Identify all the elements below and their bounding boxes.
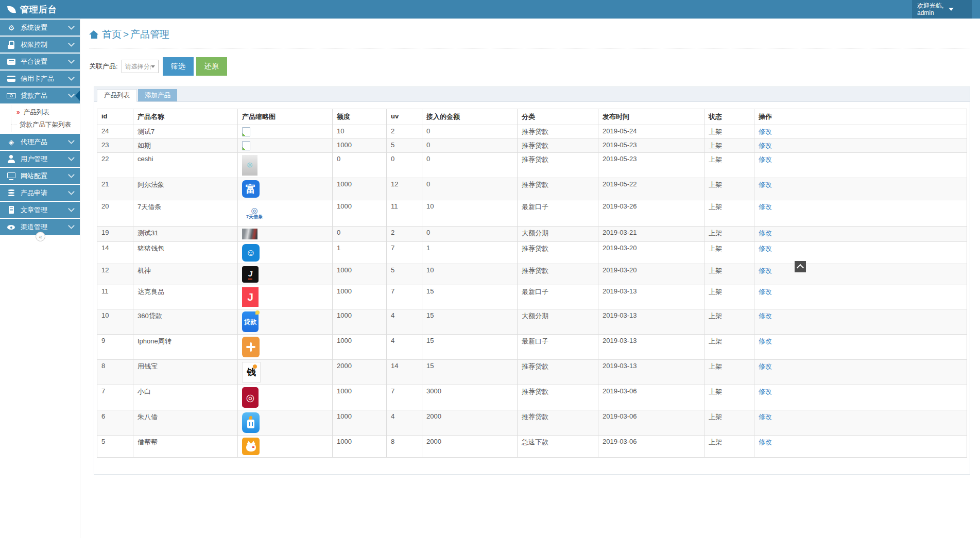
category-select[interactable]: 请选择分类 bbox=[122, 60, 159, 73]
modify-link[interactable]: 修改 bbox=[759, 288, 772, 296]
modify-link[interactable]: 修改 bbox=[759, 312, 772, 320]
sidebar-subitem-0[interactable]: »产品列表 bbox=[0, 106, 80, 118]
cell-amount: 10 bbox=[422, 264, 518, 285]
loan360-label: 贷款 bbox=[244, 318, 256, 326]
cell-status: 上架 bbox=[704, 125, 754, 139]
modify-link[interactable]: 修改 bbox=[759, 181, 772, 188]
sidebar-item-credit-card-products[interactable]: 信用卡产品 bbox=[0, 71, 80, 86]
double-arrow-icon: » bbox=[16, 109, 20, 116]
modify-link[interactable]: 修改 bbox=[759, 362, 772, 370]
modify-link[interactable]: 修改 bbox=[759, 438, 772, 446]
product-thumbnail-redj: J bbox=[242, 287, 259, 307]
chevron-down-icon bbox=[68, 171, 75, 178]
cell-quota: 1000 bbox=[333, 178, 387, 200]
cell-amount: 10 bbox=[422, 200, 518, 227]
cell-date: 2019-05-23 bbox=[598, 153, 704, 178]
cell-status: 上架 bbox=[704, 335, 754, 360]
leaf-logo-icon bbox=[7, 5, 16, 14]
sidebar-menu: ⚙系统设置权限控制平台设置信用卡产品贷款产品»产品列表贷款产品下架列表◈代理产品… bbox=[0, 19, 80, 235]
modify-link[interactable]: 修改 bbox=[759, 229, 772, 237]
sidebar-item-user-management[interactable]: 用户管理 bbox=[0, 151, 80, 167]
cell-amount: 3000 bbox=[422, 385, 518, 410]
sidebar-submenu: »产品列表贷款产品下架列表 bbox=[0, 105, 80, 133]
sidebar-item-platform-settings[interactable]: 平台设置 bbox=[0, 54, 80, 70]
plug-icon bbox=[247, 420, 254, 428]
filter-button[interactable]: 筛选 bbox=[163, 57, 194, 76]
breadcrumb-separator: > bbox=[123, 29, 129, 40]
modify-link[interactable]: 修改 bbox=[759, 155, 772, 163]
cell-thumbnail bbox=[238, 410, 333, 436]
sidebar-item-permission-control[interactable]: 权限控制 bbox=[0, 37, 80, 53]
cell-date: 2019-03-13 bbox=[598, 309, 704, 335]
sidebar-item-site-config[interactable]: 网站配置 bbox=[0, 168, 80, 184]
chevron-down-icon bbox=[68, 40, 75, 47]
tab-add-product[interactable]: 添加产品 bbox=[138, 89, 177, 101]
table-head: id产品名称产品缩略图额度uv接入的金额分类发布时间状态操作 bbox=[97, 109, 967, 125]
cell-amount: 0 bbox=[422, 153, 518, 178]
cell-uv: 5 bbox=[387, 264, 422, 285]
cell-category: 推荐贷款 bbox=[518, 410, 598, 436]
cell-category: 最新口子 bbox=[518, 200, 598, 227]
modify-link[interactable]: 修改 bbox=[759, 388, 772, 395]
modify-link[interactable]: 修改 bbox=[759, 203, 772, 211]
table-row: 23如期100050推荐贷款2019-05-23上架修改 bbox=[97, 139, 967, 153]
sidebar-item-agent-products[interactable]: ◈代理产品 bbox=[0, 134, 80, 150]
sidebar-subitem-1[interactable]: 贷款产品下架列表 bbox=[0, 118, 80, 131]
user-menu[interactable]: 欢迎光临, admin bbox=[912, 0, 972, 19]
cell-category: 推荐贷款 bbox=[518, 125, 598, 139]
modify-link[interactable]: 修改 bbox=[759, 128, 772, 135]
modify-link[interactable]: 修改 bbox=[759, 142, 772, 149]
redj-label: J bbox=[247, 291, 253, 303]
cell-uv: 2 bbox=[387, 227, 422, 242]
cell-id: 12 bbox=[97, 264, 133, 285]
cell-quota: 10 bbox=[333, 125, 387, 139]
cell-uv: 8 bbox=[387, 436, 422, 458]
cell-uv: 5 bbox=[387, 139, 422, 153]
table-header-row: id产品名称产品缩略图额度uv接入的金额分类发布时间状态操作 bbox=[97, 109, 967, 125]
sidebar-collapse-button[interactable]: « bbox=[36, 232, 45, 241]
product-thumbnail-broken bbox=[242, 127, 250, 136]
cell-id: 9 bbox=[97, 335, 133, 360]
filter-bar: 关联产品: 请选择分类 筛选 还原 bbox=[89, 57, 970, 76]
page: { "header": { "title": "管理后台", "welcome_… bbox=[0, 0, 980, 538]
cell-amount: 15 bbox=[422, 309, 518, 335]
product-thumbnail-jishen: J bbox=[242, 266, 259, 283]
chevron-down-icon bbox=[68, 188, 75, 195]
modify-link[interactable]: 修改 bbox=[759, 245, 772, 252]
modify-link[interactable]: 修改 bbox=[759, 267, 772, 274]
breadcrumb-home[interactable]: 首页 bbox=[102, 28, 122, 41]
breadcrumb-current: 产品管理 bbox=[130, 28, 169, 41]
cell-action: 修改 bbox=[754, 264, 967, 285]
cell-product-name: ceshi bbox=[133, 153, 238, 178]
cell-uv: 4 bbox=[387, 410, 422, 436]
scroll-top-button[interactable] bbox=[795, 261, 806, 272]
modify-link[interactable]: 修改 bbox=[759, 337, 772, 345]
reset-button[interactable]: 还原 bbox=[196, 57, 227, 76]
product-thumbnail-zhubajie bbox=[242, 412, 260, 433]
cell-thumbnail bbox=[238, 436, 333, 458]
cell-id: 14 bbox=[97, 242, 133, 264]
column-header-5: 接入的金额 bbox=[422, 109, 518, 125]
cell-uv: 2 bbox=[387, 125, 422, 139]
sidebar-item-system-settings[interactable]: ⚙系统设置 bbox=[0, 20, 80, 36]
cell-id: 24 bbox=[97, 125, 133, 139]
sidebar-item-product-apply[interactable]: 产品申请 bbox=[0, 185, 80, 201]
table-row: 21阿尔法象富1000120推荐贷款2019-05-22上架修改 bbox=[97, 178, 967, 200]
cell-date: 2019-03-26 bbox=[598, 200, 704, 227]
sidebar-item-loan-products[interactable]: 贷款产品 bbox=[0, 88, 80, 103]
modify-link[interactable]: 修改 bbox=[759, 413, 772, 421]
cell-thumbnail: 贷款 bbox=[238, 309, 333, 335]
chevron-down-icon bbox=[68, 137, 75, 144]
chevron-down-icon bbox=[949, 8, 954, 11]
cell-amount: 15 bbox=[422, 335, 518, 360]
welcome-line2: admin bbox=[917, 9, 943, 16]
product-thumbnail-qian: 钱 bbox=[242, 362, 261, 383]
tab-product-list[interactable]: 产品列表 bbox=[97, 89, 137, 102]
column-header-1: 产品名称 bbox=[133, 109, 238, 125]
sidebar-item-article-management[interactable]: 文章管理 bbox=[0, 202, 80, 218]
cell-product-name: Iphone周转 bbox=[133, 335, 238, 360]
product-thumbnail-loan360: 贷款 bbox=[242, 311, 259, 332]
cell-thumbnail bbox=[238, 227, 333, 242]
cell-amount: 0 bbox=[422, 125, 518, 139]
cell-thumbnail: J bbox=[238, 285, 333, 309]
